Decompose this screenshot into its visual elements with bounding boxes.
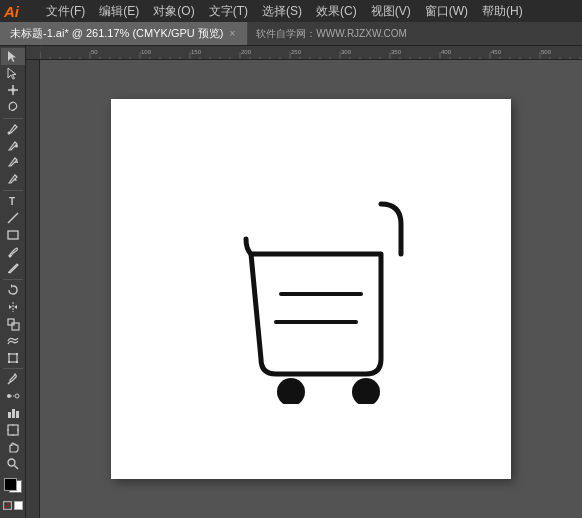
svg-line-15	[8, 272, 9, 273]
menu-help[interactable]: 帮助(H)	[476, 1, 529, 22]
rectangle-tool[interactable]	[1, 226, 25, 243]
svg-rect-23	[8, 361, 10, 363]
svg-rect-24	[16, 361, 18, 363]
svg-point-7	[7, 131, 10, 134]
color-swatches	[1, 472, 25, 516]
svg-text:500: 500	[541, 49, 552, 55]
pen-tool[interactable]	[1, 120, 25, 137]
artboard-tool[interactable]	[1, 421, 25, 438]
canvas-area: // Will be drawn via JS below 5010015020…	[26, 46, 582, 518]
menu-object[interactable]: 对象(O)	[147, 1, 200, 22]
add-anchor-tool[interactable]	[1, 137, 25, 154]
foreground-color-swatch[interactable]	[4, 478, 17, 491]
menu-type[interactable]: 文字(T)	[203, 1, 254, 22]
type-tool[interactable]: T	[1, 193, 25, 210]
svg-marker-0	[8, 51, 16, 62]
convert-anchor-tool[interactable]	[1, 171, 25, 188]
svg-point-27	[15, 394, 19, 398]
svg-text:450: 450	[491, 49, 502, 55]
svg-text:200: 200	[241, 49, 252, 55]
svg-marker-16	[11, 284, 13, 288]
delete-anchor-tool[interactable]	[1, 154, 25, 171]
blend-tool[interactable]	[1, 388, 25, 405]
main-layout: T	[0, 46, 582, 518]
svg-rect-18	[8, 319, 14, 325]
svg-text:400: 400	[441, 49, 452, 55]
tool-divider-1	[3, 118, 23, 119]
menu-window[interactable]: 窗口(W)	[419, 1, 474, 22]
app-logo: Ai	[4, 3, 32, 20]
svg-rect-29	[8, 412, 11, 418]
tool-divider-4	[3, 368, 23, 369]
document-canvas	[111, 99, 511, 479]
svg-text:350: 350	[391, 49, 402, 55]
tab-suffix: 软件自学网：WWW.RJZXW.COM	[248, 22, 415, 45]
zoom-tool[interactable]	[1, 455, 25, 472]
svg-point-6	[11, 88, 15, 92]
rotate-tool[interactable]	[1, 282, 25, 299]
canvas-scroll[interactable]	[40, 60, 582, 518]
tab-bar: 未标题-1.ai* @ 261.17% (CMYK/GPU 预览) × 软件自学…	[0, 22, 582, 46]
selection-tool[interactable]	[1, 48, 25, 65]
menu-file[interactable]: 文件(F)	[40, 1, 91, 22]
svg-line-38	[14, 465, 18, 469]
free-transform-tool[interactable]	[1, 349, 25, 366]
toolbar: T	[0, 46, 26, 518]
svg-rect-30	[12, 409, 15, 418]
svg-point-116	[352, 378, 380, 404]
svg-rect-32	[8, 425, 18, 435]
no-color-button[interactable]	[3, 501, 12, 510]
menu-effect[interactable]: 效果(C)	[310, 1, 363, 22]
svg-text:300: 300	[341, 49, 352, 55]
svg-point-26	[7, 394, 11, 398]
magic-wand-tool[interactable]	[1, 82, 25, 99]
line-tool[interactable]	[1, 209, 25, 226]
svg-rect-20	[9, 354, 17, 362]
svg-rect-22	[16, 353, 18, 355]
svg-rect-31	[16, 411, 19, 418]
svg-point-115	[277, 378, 305, 404]
svg-text:100: 100	[141, 49, 152, 55]
tab-document[interactable]: 未标题-1.ai* @ 261.17% (CMYK/GPU 预览) ×	[0, 22, 248, 45]
lasso-tool[interactable]	[1, 99, 25, 116]
svg-rect-21	[8, 353, 10, 355]
svg-point-37	[8, 459, 15, 466]
menu-bar: Ai 文件(F) 编辑(E) 对象(O) 文字(T) 选择(S) 效果(C) 视…	[0, 0, 582, 22]
svg-line-12	[8, 213, 18, 223]
direct-selection-tool[interactable]	[1, 65, 25, 82]
warp-tool[interactable]	[1, 332, 25, 349]
svg-line-25	[8, 382, 10, 384]
shopping-cart-illustration	[191, 174, 431, 404]
svg-rect-13	[8, 231, 18, 239]
white-swatch[interactable]	[14, 501, 23, 510]
tool-divider-2	[3, 190, 23, 191]
column-graph-tool[interactable]	[1, 405, 25, 422]
svg-line-39	[4, 503, 9, 508]
menu-view[interactable]: 视图(V)	[365, 1, 417, 22]
hand-tool[interactable]	[1, 438, 25, 455]
svg-text:250: 250	[291, 49, 302, 55]
svg-point-14	[8, 254, 11, 257]
reflect-tool[interactable]	[1, 299, 25, 316]
menu-edit[interactable]: 编辑(E)	[93, 1, 145, 22]
tab-label: 未标题-1.ai* @ 261.17% (CMYK/GPU 预览)	[10, 26, 224, 41]
eyedropper-tool[interactable]	[1, 371, 25, 388]
ruler-horizontal: // Will be drawn via JS below 5010015020…	[26, 46, 582, 60]
svg-text:150: 150	[191, 49, 202, 55]
svg-marker-1	[8, 68, 16, 79]
menu-select[interactable]: 选择(S)	[256, 1, 308, 22]
tool-divider-3	[3, 279, 23, 280]
tab-close-button[interactable]: ×	[228, 28, 238, 39]
svg-rect-19	[12, 323, 19, 330]
pencil-tool[interactable]	[1, 260, 25, 277]
svg-text:50: 50	[91, 49, 98, 55]
paintbrush-tool[interactable]	[1, 243, 25, 260]
ruler-vertical	[26, 60, 40, 518]
svg-text:T: T	[9, 196, 15, 207]
scale-tool[interactable]	[1, 315, 25, 332]
